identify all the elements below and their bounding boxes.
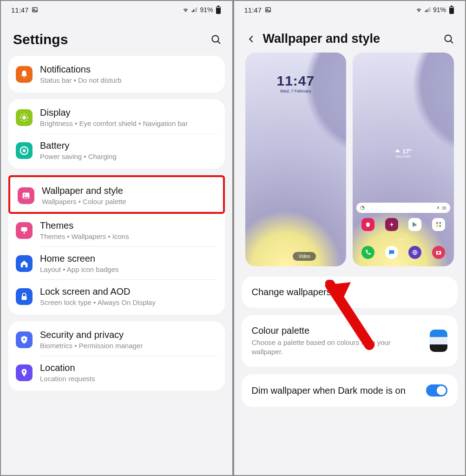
ws-item-title: Change wallpapers (252, 287, 448, 298)
app-gallery-icon (385, 218, 398, 231)
settings-row-location[interactable]: Location Location requests (8, 356, 225, 391)
svg-rect-4 (195, 8, 196, 12)
svg-rect-8 (217, 7, 220, 8)
row-icon (16, 255, 33, 272)
svg-point-10 (22, 116, 26, 119)
camera-icon (442, 205, 446, 210)
svg-rect-5 (197, 7, 197, 12)
ws-item-colour-palette[interactable]: Colour palette Choose a palette based on… (242, 315, 458, 367)
settings-row-wallpaper-and-style[interactable]: Wallpaper and style Wallpapers • Colour … (8, 175, 225, 214)
wallpaper-previews: 11:47 Wed, 7 February Video 17° New Delh… (242, 53, 458, 269)
signal-icon (424, 7, 431, 13)
row-title: Themes (40, 220, 217, 231)
google-icon (360, 205, 365, 210)
lockscreen-preview[interactable]: 11:47 Wed, 7 February Video (245, 53, 347, 266)
preview-temp: 17° (402, 148, 412, 155)
chevron-left-icon (246, 34, 256, 44)
settings-row-battery[interactable]: Battery Power saving • Charging (8, 134, 225, 169)
svg-rect-2 (192, 11, 193, 12)
row-icon (16, 288, 33, 305)
wallpaper-style-screen: 11:47 91% Wallpaper and style 11:47 Wed,… (234, 1, 466, 475)
svg-point-14 (24, 194, 26, 195)
row-subtitle: Location requests (40, 375, 217, 383)
search-button[interactable] (443, 33, 455, 45)
preview-searchbar (356, 203, 450, 213)
settings-row-home-screen[interactable]: Home screen Layout • App icon badges (8, 247, 225, 280)
svg-rect-3 (193, 9, 194, 12)
row-subtitle: Themes • Wallpapers • Icons (40, 232, 217, 240)
ws-item-subtitle: Choose a palette based on colours from y… (252, 338, 423, 357)
page-title: Wallpaper and style (263, 32, 437, 46)
shield-icon (19, 335, 29, 345)
row-subtitle: Power saving • Charging (40, 152, 217, 160)
row-title: Location (40, 363, 217, 373)
row-subtitle: Status bar • Do not disturb (40, 76, 217, 84)
settings-card: Wallpaper and style Wallpapers • Colour … (8, 175, 225, 315)
svg-point-34 (391, 223, 393, 225)
back-button[interactable] (246, 34, 256, 44)
row-title: Home screen (40, 253, 217, 264)
svg-point-38 (439, 225, 441, 227)
row-icon (16, 222, 33, 239)
toggle-switch[interactable] (426, 384, 447, 397)
app-phone-icon (361, 246, 374, 259)
wallpaper-header: Wallpaper and style (234, 19, 466, 53)
svg-point-35 (436, 222, 438, 224)
battery-circle-icon (19, 145, 29, 156)
svg-point-36 (439, 222, 441, 224)
row-subtitle: Screen lock type • Always On Display (40, 298, 217, 306)
svg-rect-22 (425, 11, 426, 12)
svg-rect-17 (22, 296, 27, 300)
app-store-icon (361, 218, 374, 231)
row-subtitle: Biometrics • Permission manager (40, 342, 217, 350)
row-title: Security and privacy (40, 330, 217, 340)
settings-card: Notifications Status bar • Do not distur… (8, 56, 225, 93)
ws-item-change-wallpapers[interactable]: Change wallpapers (242, 277, 458, 308)
settings-row-notifications[interactable]: Notifications Status bar • Do not distur… (8, 56, 225, 93)
search-icon (210, 34, 222, 45)
svg-rect-28 (450, 7, 453, 8)
status-bar: 11:47 91% (234, 1, 466, 19)
app-camera-icon (432, 246, 445, 259)
preview-date: Wed, 7 February (245, 89, 347, 93)
svg-rect-16 (24, 231, 25, 234)
palette-chip (430, 330, 447, 352)
settings-row-themes[interactable]: Themes Themes • Wallpapers • Icons (8, 214, 225, 247)
picture-icon (32, 7, 39, 13)
homescreen-preview[interactable]: 17° New Delhi (353, 53, 454, 266)
status-battery: 91% (200, 6, 213, 13)
wifi-icon (415, 7, 422, 13)
wifi-icon (182, 7, 189, 13)
pin-icon (19, 368, 29, 378)
settings-card: Display Brightness • Eye comfort shield … (8, 99, 225, 169)
settings-row-display[interactable]: Display Brightness • Eye comfort shield … (8, 99, 225, 134)
paint-icon (19, 225, 29, 236)
wallpaper-body: 11:47 Wed, 7 February Video 17° New Delh… (234, 53, 466, 407)
row-title: Notifications (40, 64, 217, 75)
svg-rect-23 (427, 9, 427, 12)
bell-icon (19, 69, 29, 79)
row-icon (16, 331, 33, 348)
row-subtitle: Brightness • Eye comfort shield • Naviga… (40, 119, 217, 127)
status-time: 11:47 (11, 6, 29, 14)
svg-rect-7 (217, 6, 219, 7)
svg-rect-31 (438, 206, 439, 208)
image-icon (21, 191, 31, 201)
preview-clock: 11:47 (245, 73, 347, 89)
row-icon (16, 66, 33, 83)
settings-row-lock-screen-and-aod[interactable]: Lock screen and AOD Screen lock type • A… (8, 280, 225, 315)
ws-item-dim-wallpaper-when-dark-mode-is-on[interactable]: Dim wallpaper when Dark mode is on (242, 374, 458, 407)
svg-point-33 (444, 207, 445, 209)
row-icon (16, 142, 33, 159)
battery-icon (215, 7, 222, 13)
svg-point-9 (212, 36, 218, 42)
row-title: Battery (40, 140, 217, 151)
settings-row-security-and-privacy[interactable]: Security and privacy Biometrics • Permis… (8, 321, 225, 356)
status-battery: 91% (433, 6, 446, 13)
page-title: Settings (13, 32, 203, 47)
search-button[interactable] (210, 33, 222, 46)
app-google-icon (432, 218, 445, 231)
mic-icon (436, 205, 440, 210)
cloud-icon (395, 149, 400, 153)
preview-location: New Delhi (353, 155, 454, 158)
